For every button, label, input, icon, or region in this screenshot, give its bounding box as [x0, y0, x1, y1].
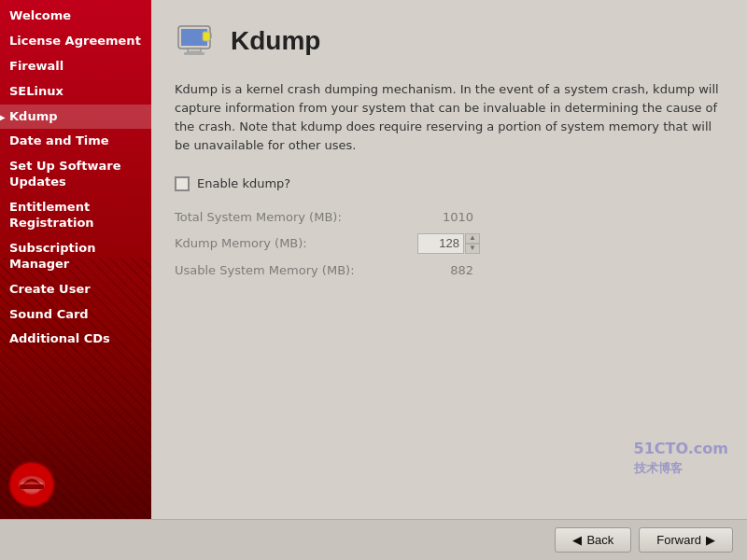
sidebar-item-create-user[interactable]: Create User — [0, 277, 151, 302]
back-button[interactable]: ◀ Back — [555, 527, 631, 553]
sidebar-item-software-updates[interactable]: Set Up Software Updates — [0, 154, 151, 195]
sidebar-item-welcome[interactable]: Welcome — [0, 4, 151, 29]
forward-button[interactable]: Forward ▶ — [639, 527, 733, 553]
forward-label: Forward — [656, 533, 701, 547]
svg-rect-8 — [203, 32, 210, 41]
forward-arrow-icon: ▶ — [706, 533, 715, 547]
page-description: Kdump is a kernel crash dumping mechanis… — [175, 80, 724, 156]
redhat-logo — [7, 460, 56, 511]
sidebar: WelcomeLicense AgreementFirewallSELinuxK… — [0, 0, 151, 519]
spinbox-up-button[interactable]: ▲ — [465, 233, 480, 244]
sidebar-item-kdump[interactable]: Kdump — [0, 105, 151, 130]
kdump-memory-input[interactable] — [417, 233, 464, 254]
spinbox-down-button[interactable]: ▼ — [465, 244, 480, 254]
page-header: Kdump — [175, 19, 724, 63]
sidebar-item-selinux[interactable]: SELinux — [0, 79, 151, 105]
enable-row: Enable kdump? — [175, 176, 724, 191]
watermark: 51CTO.com 技术博客 — [634, 439, 728, 477]
spinbox-buttons: ▲ ▼ — [465, 233, 480, 254]
sidebar-item-license-agreement[interactable]: License Agreement — [0, 29, 151, 54]
usable-memory-label: Usable System Memory (MB): — [175, 263, 417, 277]
sidebar-item-subscription-manager[interactable]: Subscription Manager — [0, 236, 151, 277]
total-memory-value: 1010 — [417, 210, 473, 224]
svg-rect-3 — [20, 484, 44, 489]
kdump-memory-spinbox[interactable]: ▲ ▼ — [417, 233, 480, 254]
content-area: Kdump Kdump is a kernel crash dumping me… — [151, 0, 747, 519]
bottom-bar: ◀ Back Forward ▶ — [0, 519, 747, 560]
sidebar-nav: WelcomeLicense AgreementFirewallSELinuxK… — [0, 0, 151, 352]
sidebar-item-firewall[interactable]: Firewall — [0, 54, 151, 79]
sidebar-item-sound-card[interactable]: Sound Card — [0, 302, 151, 328]
back-label: Back — [586, 533, 613, 547]
total-memory-row: Total System Memory (MB): 1010 — [175, 210, 724, 224]
sidebar-item-additional-cds[interactable]: Additional CDs — [0, 327, 151, 352]
sidebar-item-entitlement-registration[interactable]: Entitlement Registration — [0, 195, 151, 236]
sidebar-item-date-and-time[interactable]: Date and Time — [0, 129, 151, 154]
memory-fields: Total System Memory (MB): 1010 Kdump Mem… — [175, 210, 724, 277]
kdump-icon — [175, 19, 219, 63]
usable-memory-value: 882 — [417, 263, 473, 277]
svg-rect-6 — [188, 49, 201, 52]
page-title: Kdump — [231, 26, 320, 56]
enable-kdump-checkbox[interactable] — [175, 176, 190, 191]
total-memory-label: Total System Memory (MB): — [175, 210, 417, 224]
usable-memory-row: Usable System Memory (MB): 882 — [175, 263, 724, 277]
svg-rect-7 — [184, 52, 204, 55]
enable-kdump-label[interactable]: Enable kdump? — [197, 176, 290, 190]
back-arrow-icon: ◀ — [572, 533, 582, 547]
kdump-memory-row: Kdump Memory (MB): ▲ ▼ — [175, 233, 724, 254]
kdump-memory-label: Kdump Memory (MB): — [175, 236, 417, 250]
main-layout: WelcomeLicense AgreementFirewallSELinuxK… — [0, 0, 747, 519]
